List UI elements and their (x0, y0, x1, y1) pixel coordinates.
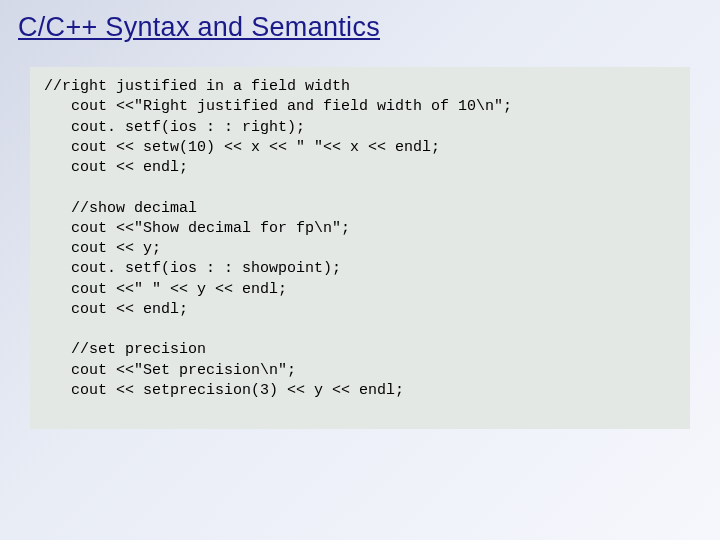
slide-container: C/C++ Syntax and Semantics //right justi… (0, 0, 720, 540)
code-line: cout <<" " << y << endl; (44, 281, 287, 298)
code-line: cout <<"Set precision\n"; (44, 362, 296, 379)
code-line: cout << endl; (44, 301, 188, 318)
code-line: cout <<"Right justified and field width … (44, 98, 512, 115)
code-line: //right justified in a field width (44, 78, 350, 95)
code-line: cout << setprecision(3) << y << endl; (44, 382, 404, 399)
code-line: //set precision (44, 341, 206, 358)
code-line: cout. setf(ios : : showpoint); (44, 260, 341, 277)
code-line: cout << setw(10) << x << " "<< x << endl… (44, 139, 440, 156)
page-title: C/C++ Syntax and Semantics (18, 12, 702, 43)
code-line: cout <<"Show decimal for fp\n"; (44, 220, 350, 237)
code-line: cout << y; (44, 240, 161, 257)
code-line: cout. setf(ios : : right); (44, 119, 305, 136)
code-block: //right justified in a field width cout … (30, 67, 690, 429)
code-line: cout << endl; (44, 159, 188, 176)
code-line: //show decimal (44, 200, 197, 217)
